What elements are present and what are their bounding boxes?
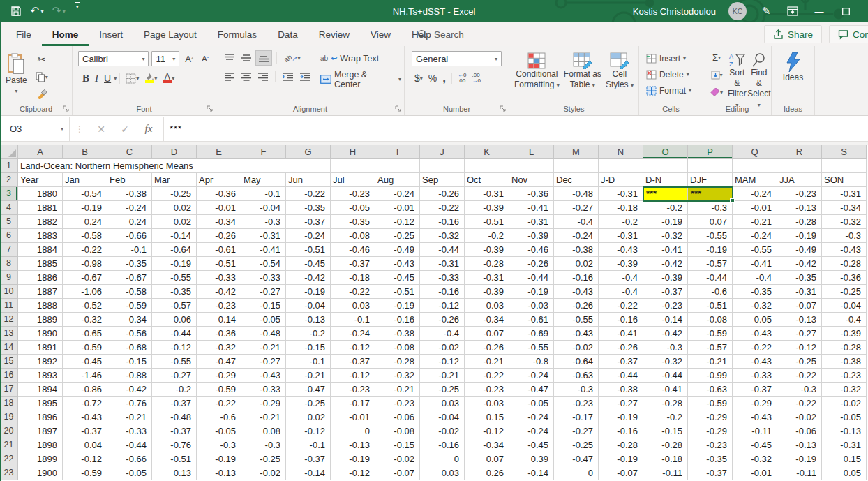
cell-S4[interactable]: -0.34 <box>822 201 867 215</box>
autosum-button[interactable]: Σ▾ <box>708 50 726 65</box>
cell-D2[interactable]: Mar <box>152 173 197 187</box>
comments-button[interactable]: Comments <box>829 25 868 43</box>
cell-E23[interactable]: -0.13 <box>197 466 241 480</box>
tab-file[interactable]: File <box>6 22 42 46</box>
cell-G9[interactable]: -0.42 <box>286 271 331 285</box>
cell-A12[interactable]: 1889 <box>18 313 63 327</box>
cell-P9[interactable]: -0.44 <box>688 271 733 285</box>
cell-P1[interactable] <box>688 159 733 173</box>
cell-L2[interactable]: Nov <box>509 173 554 187</box>
save-button[interactable] <box>7 2 25 20</box>
cell-M10[interactable]: -0.43 <box>554 285 599 299</box>
cell-Q19[interactable]: -0.43 <box>733 410 777 424</box>
cell-M1[interactable] <box>554 159 599 173</box>
cell-L5[interactable]: -0.31 <box>509 215 554 229</box>
cell-N18[interactable]: -0.27 <box>599 397 643 410</box>
cell-H20[interactable]: 0 <box>331 424 375 438</box>
cell-I18[interactable]: -0.23 <box>375 397 420 410</box>
cell-E22[interactable]: -0.19 <box>197 452 241 466</box>
cell-C6[interactable]: -0.66 <box>107 229 152 243</box>
cell-L15[interactable]: -0.8 <box>509 355 554 369</box>
cell-P23[interactable]: -0.37 <box>688 466 733 480</box>
cell-I11[interactable]: -0.19 <box>375 299 420 313</box>
row-header-23[interactable]: 23 <box>0 466 18 480</box>
cell-N3[interactable]: -0.31 <box>599 187 643 201</box>
cell-M18[interactable]: -0.23 <box>554 397 599 410</box>
fill-color-button[interactable]: ▾ <box>142 71 160 86</box>
cell-H10[interactable]: -0.22 <box>331 285 375 299</box>
cell-M15[interactable]: -0.64 <box>554 355 599 369</box>
percent-style-button[interactable]: % <box>426 71 440 86</box>
cell-A19[interactable]: 1896 <box>18 410 63 424</box>
cell-I12[interactable]: -0.16 <box>375 313 420 327</box>
cell-Q20[interactable]: -0.11 <box>733 424 777 438</box>
cell-G1[interactable] <box>286 159 331 173</box>
cell-E9[interactable]: -0.33 <box>197 271 241 285</box>
cell-L21[interactable]: -0.45 <box>509 438 554 452</box>
cut-button[interactable]: ✂ <box>33 52 51 67</box>
cell-I17[interactable]: -0.21 <box>375 383 420 397</box>
clipboard-dialog-launcher[interactable] <box>63 105 70 112</box>
cell-C7[interactable]: -0.1 <box>107 243 152 257</box>
cell-K23[interactable]: 0.26 <box>465 466 509 480</box>
cell-F6[interactable]: -0.31 <box>241 229 286 243</box>
cell-M3[interactable]: -0.48 <box>554 187 599 201</box>
cell-B6[interactable]: -0.58 <box>63 229 107 243</box>
cell-O22[interactable]: -0.18 <box>643 452 688 466</box>
cell-C19[interactable]: -0.21 <box>107 410 152 424</box>
cell-P6[interactable]: -0.55 <box>688 229 733 243</box>
cell-G21[interactable]: -0.1 <box>286 438 331 452</box>
cell-N7[interactable]: -0.43 <box>599 243 643 257</box>
maximize-button[interactable] <box>839 4 853 18</box>
cell-S8[interactable]: -0.28 <box>822 257 867 271</box>
cell-G18[interactable]: -0.25 <box>286 397 331 410</box>
cell-N22[interactable]: -0.19 <box>599 452 643 466</box>
cell-Q3[interactable]: -0.24 <box>733 187 777 201</box>
cell-N2[interactable]: J-D <box>599 173 643 187</box>
cell-L18[interactable]: -0.05 <box>509 397 554 410</box>
cell-L1[interactable] <box>509 159 554 173</box>
cell-J10[interactable]: -0.16 <box>420 285 465 299</box>
cell-E14[interactable]: -0.32 <box>197 341 241 355</box>
cell-F22[interactable]: -0.25 <box>241 452 286 466</box>
cell-I22[interactable]: -0.02 <box>375 452 420 466</box>
cell-A21[interactable]: 1898 <box>18 438 63 452</box>
cell-I23[interactable]: -0.07 <box>375 466 420 480</box>
cell-P14[interactable]: -0.57 <box>688 341 733 355</box>
cell-E11[interactable]: -0.23 <box>197 299 241 313</box>
row-header-5[interactable]: 5 <box>0 215 18 229</box>
cell-G19[interactable]: 0.02 <box>286 410 331 424</box>
cell-A1[interactable]: Land-Ocean: Northern Hemispheric Means <box>18 159 286 173</box>
cell-S1[interactable] <box>822 159 867 173</box>
cell-P3[interactable]: *** <box>688 187 733 201</box>
cell-A17[interactable]: 1894 <box>18 383 63 397</box>
cell-J1[interactable] <box>420 159 465 173</box>
cell-L11[interactable]: -0.03 <box>509 299 554 313</box>
cell-N17[interactable]: -0.38 <box>599 383 643 397</box>
tab-home[interactable]: Home <box>42 22 89 46</box>
cell-H7[interactable]: -0.46 <box>331 243 375 257</box>
column-header-B[interactable]: B <box>63 145 107 159</box>
cell-D20[interactable]: -0.37 <box>152 424 197 438</box>
column-header-M[interactable]: M <box>554 145 599 159</box>
cell-H9[interactable]: -0.18 <box>331 271 375 285</box>
cell-Q14[interactable]: -0.22 <box>733 341 777 355</box>
cell-R21[interactable]: -0.13 <box>777 438 822 452</box>
cell-M2[interactable]: Dec <box>554 173 599 187</box>
cell-C18[interactable]: -0.76 <box>107 397 152 410</box>
cell-K6[interactable]: -0.2 <box>465 229 509 243</box>
decrease-indent-button[interactable] <box>280 69 296 84</box>
cell-N13[interactable]: -0.41 <box>599 327 643 341</box>
row-header-11[interactable]: 11 <box>0 299 18 313</box>
cell-D10[interactable]: -0.35 <box>152 285 197 299</box>
cell-B17[interactable]: -0.86 <box>63 383 107 397</box>
cell-B16[interactable]: -1.46 <box>63 369 107 383</box>
cell-H15[interactable]: -0.37 <box>331 355 375 369</box>
row-header-1[interactable]: 1 <box>0 159 18 173</box>
cell-A9[interactable]: 1886 <box>18 271 63 285</box>
cell-F5[interactable]: -0.3 <box>241 215 286 229</box>
cell-A16[interactable]: 1893 <box>18 369 63 383</box>
cell-P18[interactable]: -0.59 <box>688 397 733 410</box>
cell-L20[interactable]: -0.24 <box>509 424 554 438</box>
cell-O11[interactable]: -0.23 <box>643 299 688 313</box>
